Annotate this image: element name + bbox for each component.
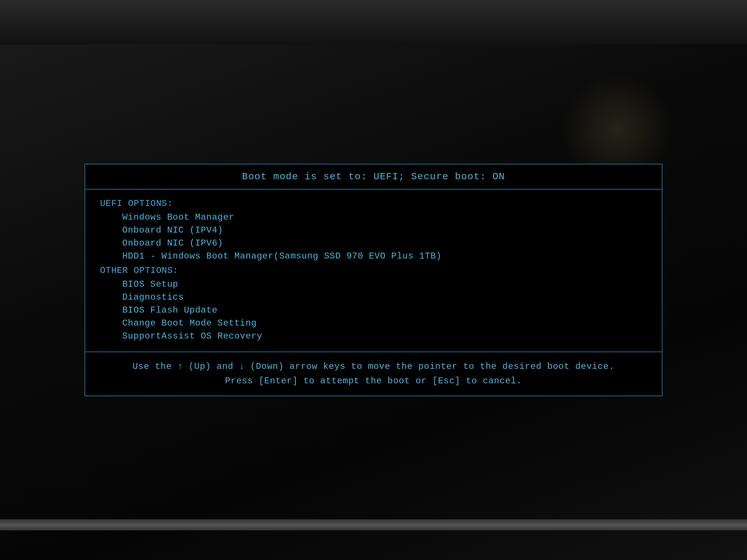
title-bar: Boot mode is set to: UEFI; Secure boot: … [85, 164, 662, 190]
footer-area: Use the ↑ (Up) and ↓ (Down) arrow keys t… [85, 352, 662, 396]
boot-mode-title: Boot mode is set to: UEFI; Secure boot: … [242, 171, 505, 182]
bios-screen: Boot mode is set to: UEFI; Secure boot: … [84, 164, 663, 396]
footer-line2: Press [Enter] to attempt the boot or [Es… [93, 374, 654, 388]
menu-item-bios-flash-update[interactable]: BIOS Flash Update [100, 304, 647, 317]
menu-item-change-boot-mode[interactable]: Change Boot Mode Setting [100, 317, 647, 330]
menu-item-bios-setup[interactable]: BIOS Setup [100, 278, 647, 291]
menu-item-diagnostics[interactable]: Diagnostics [100, 291, 647, 304]
uefi-options-label: UEFI OPTIONS: [100, 199, 647, 209]
menu-item-supportassist-recovery[interactable]: SupportAssist OS Recovery [100, 330, 647, 343]
other-options-label: OTHER OPTIONS: [100, 266, 647, 276]
screen-bezel: Boot mode is set to: UEFI; Secure boot: … [0, 0, 747, 560]
menu-area: UEFI OPTIONS: Windows Boot Manager Onboa… [85, 190, 662, 352]
menu-item-windows-boot-manager[interactable]: Windows Boot Manager [100, 211, 647, 224]
footer-line1: Use the ↑ (Up) and ↓ (Down) arrow keys t… [93, 360, 654, 374]
menu-item-hdd1-windows[interactable]: HDD1 - Windows Boot Manager(Samsung SSD … [100, 250, 647, 263]
menu-item-onboard-nic-ipv4[interactable]: Onboard NIC (IPV4) [100, 224, 647, 237]
menu-item-onboard-nic-ipv6[interactable]: Onboard NIC (IPV6) [100, 237, 647, 250]
